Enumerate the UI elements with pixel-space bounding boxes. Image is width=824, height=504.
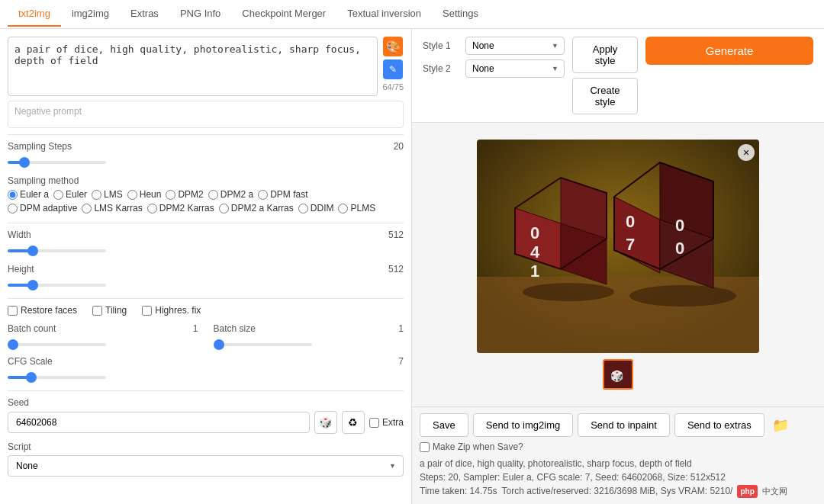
svg-text:0: 0 [675,239,684,258]
folder-button[interactable]: 📁 [769,414,792,437]
info-time: Time taken: 14.75s [420,484,497,498]
info-prompt: a pair of dice, high quality, photoreali… [420,457,816,470]
image-display-area: 0 4 1 0 0 0 7 [412,123,824,406]
site-label: 中文网 [762,485,787,498]
sampling-steps-label: Sampling Steps [8,141,72,152]
tab-extras[interactable]: Extras [120,2,169,27]
negative-prompt-label: Negative prompt [8,101,404,128]
close-image-button[interactable]: × [738,144,755,161]
batch-count-slider[interactable] [8,343,106,346]
token-count: 64/75 [382,82,404,91]
method-ddim[interactable]: DDIM [298,203,334,213]
method-lms-karras[interactable]: LMS Karras [82,203,142,213]
method-euler[interactable]: Euler [53,189,87,200]
method-heun[interactable]: Heun [127,189,162,200]
image-container: 0 4 1 0 0 0 7 [477,140,759,353]
method-dpm-fast[interactable]: DPM fast [258,189,307,200]
cfg-scale-label: CFG Scale [8,356,53,367]
tab-textual-inversion[interactable]: Textual inversion [336,2,432,27]
make-zip-checkbox[interactable] [420,442,430,452]
style1-label: Style 1 [423,40,461,51]
send-inpaint-button[interactable]: Send to inpaint [578,413,670,437]
thumbnail-row: 🎲 [603,359,633,390]
sampling-method-label: Sampling method [8,175,404,186]
php-badge: php [737,485,757,498]
highres-fix-checkbox[interactable]: Highres. fix [142,305,201,316]
batch-size-slider[interactable] [214,343,312,346]
bottom-actions-area: Save Send to img2img Send to inpaint Sen… [412,406,824,504]
tiling-checkbox[interactable]: Tiling [92,305,127,316]
width-slider[interactable] [8,249,106,252]
svg-text:0: 0 [530,223,539,242]
style2-select[interactable]: None [465,59,565,78]
sampling-method-group2: DPM adaptive LMS Karras DPM2 Karras DPM2… [8,203,404,213]
method-euler-a[interactable]: Euler a [8,189,49,200]
generate-button[interactable]: Generate [645,37,813,65]
positive-prompt-input[interactable] [8,37,378,96]
svg-text:7: 7 [626,235,635,254]
sampling-steps-slider[interactable] [8,161,106,164]
left-panel: 🎨 ✎ 64/75 Negative prompt Sampling Steps… [0,29,412,504]
generation-info: a pair of dice, high quality, photoreali… [420,457,816,498]
svg-text:🎲: 🎲 [610,370,624,383]
svg-point-18 [629,285,736,307]
send-img2img-button[interactable]: Send to img2img [473,413,574,437]
apply-style-button[interactable]: Apply style [572,37,638,73]
action-buttons-row: Save Send to img2img Send to inpaint Sen… [420,413,816,437]
create-style-button[interactable]: Create style [572,78,638,114]
batch-size-label: Batch size 1 [214,323,404,334]
method-dpm2-karras[interactable]: DPM2 Karras [147,203,214,213]
cfg-scale-slider[interactable] [8,376,106,379]
seed-input[interactable] [8,412,310,433]
tab-txt2img[interactable]: txt2img [8,2,61,27]
prompt-emoji-icon[interactable]: 🎨 [383,37,403,56]
tab-settings[interactable]: Settings [432,2,489,27]
info-torch: Torch active/reserved: 3216/3698 MiB, Sy… [502,484,733,498]
method-dpm2a[interactable]: DPM2 a [208,189,253,200]
style1-select[interactable]: None [465,37,565,55]
height-label: Height [8,264,34,274]
width-value: 512 [382,230,404,243]
method-plms[interactable]: PLMS [338,203,375,213]
method-dpm2a-karras[interactable]: DPM2 a Karras [219,203,294,213]
info-steps: Steps: 20, Sampler: Euler a, CFG scale: … [420,470,816,484]
style2-label: Style 2 [423,63,461,74]
seed-dice-button[interactable]: 🎲 [314,411,337,434]
seed-extra-checkbox[interactable]: Extra [369,417,404,428]
script-select[interactable]: None [8,455,404,477]
svg-text:0: 0 [626,212,635,231]
cfg-scale-value: 7 [382,356,404,370]
options-row: Restore faces Tiling Highres. fix [8,305,404,316]
height-slider[interactable] [8,284,106,287]
make-zip-checkbox-label[interactable]: Make Zip when Save? [420,441,523,452]
tab-checkpoint-merger[interactable]: Checkpoint Merger [231,2,336,27]
sampling-method-group: Euler a Euler LMS Heun DPM2 DPM2 a DPM f… [8,189,404,200]
sampling-steps-value: 20 [382,141,404,155]
tab-img2img[interactable]: img2img [61,2,120,27]
restore-faces-checkbox[interactable]: Restore faces [8,305,77,316]
make-zip-row: Make Zip when Save? [420,441,816,452]
width-label: Width [8,230,31,240]
send-extras-button[interactable]: Send to extras [674,413,764,437]
svg-point-17 [523,283,614,301]
generated-image: 0 4 1 0 0 0 7 [477,140,759,353]
svg-text:4: 4 [530,242,540,262]
method-lms[interactable]: LMS [92,189,123,200]
height-value: 512 [382,264,404,278]
svg-text:0: 0 [675,216,684,235]
method-dpm2[interactable]: DPM2 [166,189,203,200]
prompt-edit-icon[interactable]: ✎ [383,59,403,79]
tab-png-info[interactable]: PNG Info [169,2,231,27]
method-dpm-adaptive[interactable]: DPM adaptive [8,203,77,213]
svg-text:1: 1 [530,262,539,281]
thumbnail-image[interactable]: 🎲 [603,359,633,390]
batch-count-label: Batch count 1 [8,323,198,334]
seed-recycle-button[interactable]: ♻ [342,411,365,434]
script-label: Script [8,441,404,452]
seed-label: Seed [8,397,404,408]
save-button[interactable]: Save [420,413,468,437]
right-panel: Style 1 None Style 2 None [412,29,824,504]
top-navigation: txt2img img2img Extras PNG Info Checkpoi… [0,0,824,29]
